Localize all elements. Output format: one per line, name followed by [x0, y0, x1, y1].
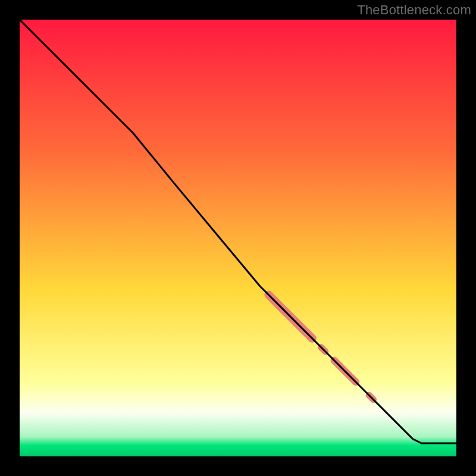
bottleneck-chart [0, 0, 476, 476]
watermark-text: TheBottleneck.com [357, 2, 471, 18]
chart-frame: TheBottleneck.com [0, 0, 476, 476]
